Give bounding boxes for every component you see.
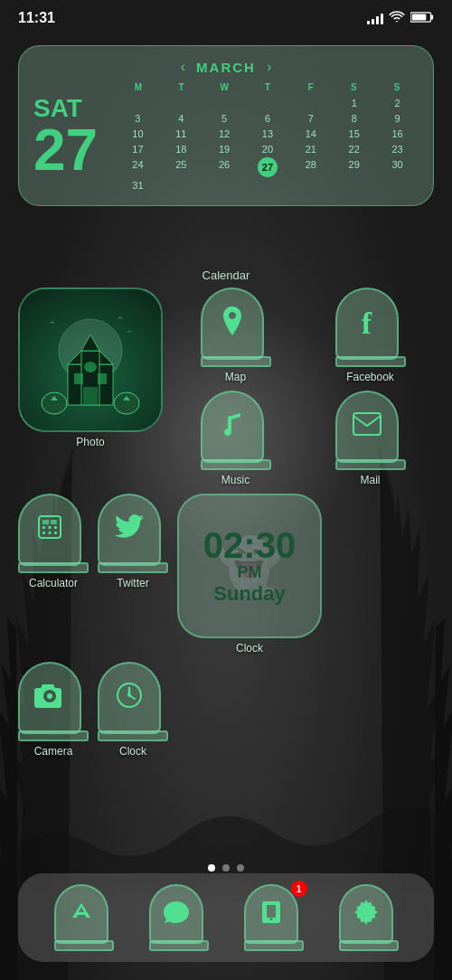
cal-day-30[interactable]: 30	[376, 157, 419, 177]
twitter-app[interactable]: Twitter	[98, 494, 168, 589]
cal-day-4[interactable]: 4	[160, 111, 202, 126]
map-label: Map	[225, 371, 246, 383]
photo-app[interactable]: Photo	[18, 287, 163, 486]
calculator-app[interactable]: Calculator	[18, 494, 89, 589]
phone-badge: 1	[291, 881, 307, 897]
cal-day-3[interactable]: 3	[117, 111, 159, 126]
cal-day-12[interactable]: 12	[203, 127, 246, 141]
cal-day-1[interactable]: 1	[333, 96, 375, 110]
camera-icon	[34, 683, 65, 714]
clock-small-app[interactable]: Clock	[98, 662, 168, 758]
page-dot-1[interactable]	[208, 864, 215, 872]
weekday-thu: T	[246, 82, 289, 92]
tomb-shape-map	[201, 287, 264, 360]
cal-day-13[interactable]: 13	[247, 127, 289, 141]
calendar-prev-button[interactable]: ‹	[181, 59, 185, 75]
cal-day-25[interactable]: 25	[160, 157, 202, 177]
map-app[interactable]: Map	[172, 287, 299, 383]
svg-rect-1	[431, 14, 434, 19]
svg-rect-2	[412, 14, 427, 20]
cal-day-16[interactable]: 16	[376, 127, 419, 141]
map-icon	[218, 305, 247, 344]
cal-day-14[interactable]: 14	[289, 127, 332, 141]
twitter-icon	[115, 514, 144, 546]
tomb-shape-messages	[149, 884, 203, 944]
cal-day-23[interactable]: 23	[376, 142, 419, 156]
weekday-sat: S	[333, 82, 376, 92]
third-app-row: Camera	[18, 662, 434, 758]
clock-tomb	[98, 662, 168, 741]
cal-day-2[interactable]: 2	[376, 96, 419, 110]
cal-day-empty	[203, 96, 246, 110]
right-icons-grid: Map f Facebook	[172, 287, 434, 486]
calculator-label: Calculator	[29, 577, 78, 589]
music-app[interactable]: Music	[172, 391, 299, 486]
calendar-weekdays: M T W T F S S	[117, 82, 419, 92]
app-store-icon	[69, 900, 94, 928]
music-tomb	[201, 391, 271, 470]
tomb-shape-appstore	[54, 884, 108, 944]
svg-rect-23	[42, 532, 45, 534]
cal-day-24[interactable]: 24	[117, 157, 159, 177]
svg-rect-11	[83, 387, 98, 405]
cal-day-20[interactable]: 20	[247, 142, 289, 156]
page-dot-3[interactable]	[237, 864, 244, 872]
cal-day-10[interactable]: 10	[117, 127, 159, 141]
svg-rect-25	[54, 532, 57, 534]
clock-day-display: Sunday	[213, 582, 285, 606]
facebook-app[interactable]: f Facebook	[306, 287, 434, 383]
svg-rect-8	[74, 373, 83, 384]
cal-day-17[interactable]: 17	[117, 142, 159, 156]
calendar-days: 1 2 3 4 5 6 7 8 9 10 11 12 13 14 15	[117, 96, 419, 193]
cal-day-27-today[interactable]: 27	[258, 157, 278, 177]
cal-day-7[interactable]: 7	[289, 111, 332, 126]
svg-rect-19	[51, 520, 57, 524]
cal-day-18[interactable]: 18	[160, 142, 202, 156]
cal-day-29[interactable]: 29	[333, 157, 375, 177]
status-time: 11:31	[18, 10, 55, 26]
cal-day-26[interactable]: 26	[203, 157, 246, 177]
weekday-tue: T	[160, 82, 203, 92]
page-dot-2[interactable]	[222, 864, 230, 872]
app-store-dock-icon[interactable]	[54, 884, 114, 951]
cal-day-19[interactable]: 19	[203, 142, 246, 156]
svg-point-13	[114, 392, 139, 414]
tomb-shape-twitter	[98, 494, 161, 566]
settings-dock-icon[interactable]	[339, 884, 399, 951]
cal-day-31[interactable]: 31	[117, 178, 159, 193]
cal-day-15[interactable]: 15	[333, 127, 375, 141]
phone-dock-icon[interactable]: 1	[244, 884, 304, 951]
signal-bar-3	[376, 16, 379, 24]
svg-rect-22	[54, 526, 57, 529]
clock-widget-app[interactable]: 👻 02:30 PM Sunday Clock	[177, 494, 322, 655]
clock-label-2: Clock	[236, 642, 263, 655]
cal-day-6[interactable]: 6	[247, 111, 289, 126]
calendar-next-button[interactable]: ›	[267, 59, 271, 75]
cal-day-21[interactable]: 21	[289, 142, 332, 156]
messages-dock-icon[interactable]	[149, 884, 209, 951]
facebook-label: Facebook	[346, 371, 394, 383]
tomb-shape-mail	[335, 391, 399, 463]
camera-app[interactable]: Camera	[18, 662, 89, 758]
tomb-shape-settings	[339, 884, 393, 944]
weekday-wed: W	[202, 82, 246, 92]
cal-day-empty	[247, 96, 289, 110]
calendar-label: Calendar	[0, 267, 452, 283]
status-icons	[367, 11, 434, 26]
cal-day-9[interactable]: 9	[376, 111, 419, 126]
signal-bar-4	[381, 14, 383, 24]
tomb-shape-camera	[18, 662, 81, 734]
photo-icon-container	[18, 287, 163, 432]
facebook-icon: f	[362, 306, 372, 341]
cal-day-5[interactable]: 5	[203, 111, 246, 126]
tomb-shape-music	[201, 391, 264, 463]
cal-day-22[interactable]: 22	[333, 142, 375, 156]
cal-day-8[interactable]: 8	[333, 111, 375, 126]
tomb-shape-phone	[244, 884, 298, 944]
mail-tomb	[335, 391, 406, 470]
settings-icon	[353, 900, 379, 928]
cal-day-28[interactable]: 28	[289, 157, 332, 177]
mail-app[interactable]: Mail	[306, 391, 434, 486]
signal-bar-1	[367, 21, 370, 24]
cal-day-11[interactable]: 11	[160, 127, 202, 141]
